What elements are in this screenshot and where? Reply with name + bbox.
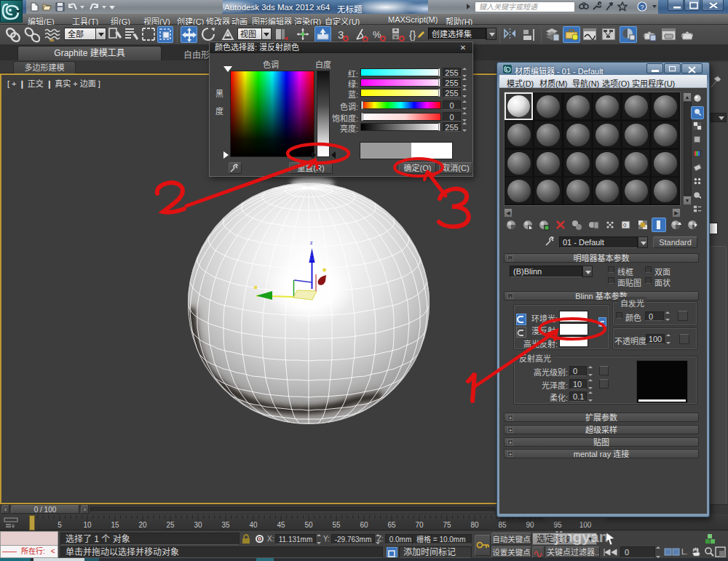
svg-text:0: 0 — [623, 222, 627, 228]
svg-text:z: z — [310, 240, 313, 245]
